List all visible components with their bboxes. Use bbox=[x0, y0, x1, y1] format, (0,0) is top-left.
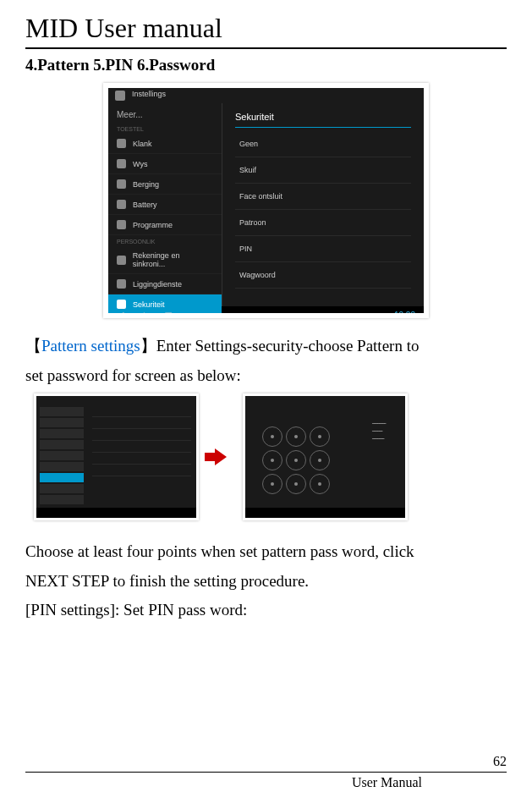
lock-option-none[interactable]: Geen bbox=[235, 131, 411, 157]
display-icon bbox=[117, 159, 126, 168]
footer-label: User Manual bbox=[25, 775, 507, 790]
pattern-area: ━━━━━━━━ ━━━━━━ ━━━━━━━ bbox=[245, 405, 405, 508]
screenshot-1-container: Instellings Meer... TOESTEL Klank Wys Be… bbox=[25, 83, 507, 318]
page-footer: 62 User Manual bbox=[25, 754, 507, 790]
sidebar-item-label: Berging bbox=[133, 180, 159, 189]
small-content-row bbox=[92, 454, 191, 465]
lock-option-slide[interactable]: Skuif bbox=[235, 157, 411, 184]
settings-screenshot: Instellings Meer... TOESTEL Klank Wys Be… bbox=[103, 83, 429, 318]
paragraph-2-line1: Choose at least four points when set pat… bbox=[25, 541, 507, 564]
small-sidebar-item bbox=[40, 418, 84, 427]
battery-icon bbox=[117, 200, 126, 209]
small-content-row bbox=[92, 466, 191, 476]
sync-icon bbox=[117, 256, 126, 265]
pattern-dot[interactable] bbox=[262, 450, 282, 470]
lock-icon bbox=[117, 300, 126, 309]
small-status-bar bbox=[36, 396, 196, 405]
app-title: Instellings bbox=[132, 90, 166, 98]
pattern-grid[interactable] bbox=[262, 426, 330, 494]
small-screenshot-2: ━━━━━━━━ ━━━━━━ ━━━━━━━ bbox=[243, 393, 408, 520]
blue-text: Pattern settings bbox=[41, 337, 140, 355]
lock-option-password[interactable]: Wagwoord bbox=[235, 262, 411, 289]
settings-sidebar: Meer... TOESTEL Klank Wys Berging Batter… bbox=[108, 103, 222, 306]
time-display: 10:22 bbox=[394, 311, 415, 319]
small-content bbox=[87, 405, 196, 508]
small-content-row bbox=[92, 443, 191, 453]
small-content-row bbox=[92, 407, 191, 417]
page-title: MID User manual bbox=[25, 13, 507, 44]
title-divider bbox=[25, 47, 507, 49]
small-sidebar-item-selected bbox=[40, 473, 84, 482]
pattern-dot[interactable] bbox=[262, 426, 282, 447]
small-content-row bbox=[92, 419, 191, 429]
status-bar: Instellings bbox=[108, 88, 424, 103]
location-icon bbox=[117, 279, 126, 289]
small-sidebar-item bbox=[40, 440, 84, 449]
small-sidebar-item bbox=[40, 495, 84, 504]
sidebar-item-storage[interactable]: Berging bbox=[108, 174, 222, 195]
small-sidebar-item bbox=[40, 429, 84, 438]
back-icon[interactable]: ◁ bbox=[117, 310, 123, 319]
home-icon[interactable]: △ bbox=[140, 310, 147, 319]
main-content: Meer... TOESTEL Klank Wys Berging Batter… bbox=[108, 103, 424, 306]
pattern-dot[interactable] bbox=[286, 426, 306, 447]
sidebar-item-label: Rekeninge en sinkroni... bbox=[133, 251, 213, 268]
sidebar-item-accounts[interactable]: Rekeninge en sinkroni... bbox=[108, 246, 222, 274]
bracket-open: 【 bbox=[25, 337, 41, 355]
content-panel: Sekuriteit Geen Skuif Face ontsluit Patr… bbox=[222, 103, 424, 306]
sidebar-item-label: Liggingdienste bbox=[133, 280, 182, 289]
small-status-bar-2 bbox=[245, 396, 405, 405]
sidebar-header: Meer... bbox=[108, 103, 222, 123]
small-content-row bbox=[92, 431, 191, 441]
lock-option-pin[interactable]: PIN bbox=[235, 236, 411, 262]
sidebar-item-sound[interactable]: Klank bbox=[108, 134, 222, 154]
settings-icon bbox=[115, 91, 125, 101]
dual-screenshot-row: ━━━━━━━━ ━━━━━━ ━━━━━━━ bbox=[25, 393, 507, 520]
small-sidebar-item bbox=[40, 462, 84, 471]
pattern-dot[interactable] bbox=[310, 474, 330, 494]
lock-option-pattern[interactable]: Patroon bbox=[235, 210, 411, 236]
vol-down-icon[interactable]: − bbox=[189, 310, 195, 319]
pattern-dot[interactable] bbox=[286, 450, 306, 470]
sidebar-item-label: Wys bbox=[133, 160, 147, 168]
sidebar-item-display[interactable]: Wys bbox=[108, 154, 222, 174]
sidebar-item-apps[interactable]: Programme bbox=[108, 215, 222, 235]
sound-icon bbox=[117, 139, 126, 148]
p1-rest: 】Enter Settings-security-choose Pattern … bbox=[140, 337, 420, 355]
pattern-dot[interactable] bbox=[286, 474, 306, 494]
pattern-dot[interactable] bbox=[262, 474, 282, 494]
sidebar-subheader-2: PERSOONLIK bbox=[108, 235, 222, 246]
paragraph-2-line2: NEXT STEP to finish the setting procedur… bbox=[25, 570, 507, 593]
pattern-instructions: ━━━━━━━━ ━━━━━━ ━━━━━━━ bbox=[372, 422, 402, 444]
lock-option-face[interactable]: Face ontsluit bbox=[235, 184, 411, 210]
small-screenshot-1 bbox=[34, 393, 199, 520]
sidebar-item-battery[interactable]: Battery bbox=[108, 195, 222, 215]
paragraph-3: [PIN settings]: Set PIN pass word: bbox=[25, 599, 507, 622]
small-sidebar-item bbox=[40, 484, 84, 493]
pattern-dot[interactable] bbox=[310, 426, 330, 447]
page-number: 62 bbox=[25, 754, 507, 769]
pattern-dot[interactable] bbox=[310, 450, 330, 470]
paragraph-1-line2: set password for screen as below: bbox=[25, 365, 507, 388]
storage-icon bbox=[117, 179, 126, 189]
vol-up-icon[interactable]: + bbox=[211, 310, 217, 319]
small-sidebar-item bbox=[40, 451, 84, 460]
apps-icon bbox=[117, 220, 126, 229]
small-nav-bar bbox=[36, 508, 196, 518]
small-nav-bar-2 bbox=[245, 508, 405, 518]
sidebar-item-label: Battery bbox=[133, 201, 157, 209]
small-sidebar-item bbox=[40, 407, 84, 416]
recent-icon[interactable]: ▢ bbox=[164, 310, 173, 319]
paragraph-1: 【Pattern settings】Enter Settings-securit… bbox=[25, 335, 507, 358]
sidebar-item-label: Klank bbox=[133, 140, 152, 148]
nav-icons: ◁ △ ▢ − + bbox=[117, 310, 217, 319]
footer-divider bbox=[25, 772, 507, 773]
sidebar-subheader-1: TOESTEL bbox=[108, 123, 222, 134]
sidebar-item-label: Programme bbox=[133, 221, 173, 229]
small-sidebar bbox=[36, 405, 87, 508]
arrow-right-icon bbox=[207, 443, 234, 470]
section-heading: 4.Pattern 5.PIN 6.Password bbox=[25, 56, 507, 74]
sidebar-item-location[interactable]: Liggingdienste bbox=[108, 274, 222, 294]
content-title: Sekuriteit bbox=[235, 112, 411, 128]
sidebar-item-label: Sekuriteit bbox=[133, 300, 165, 309]
